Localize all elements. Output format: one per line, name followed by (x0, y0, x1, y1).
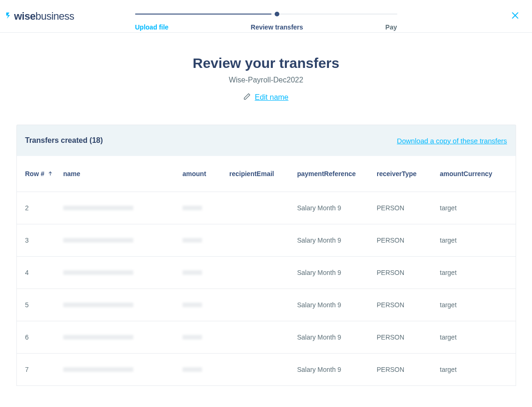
wise-flag-icon (6, 11, 13, 21)
cell-receiver-type: PERSON (372, 192, 435, 224)
cell-payment-reference: Salary Month 9 (292, 224, 372, 257)
cell-payment-reference: Salary Month 9 (292, 192, 372, 224)
cell-row-number: 2 (16, 192, 58, 224)
column-header-row[interactable]: Row # (16, 156, 58, 192)
cell-amount-currency: target (435, 257, 516, 289)
progress-stepper: Upload file Review transfers Pay (128, 7, 404, 31)
download-transfers-link[interactable]: Download a copy of these transfers (397, 137, 507, 145)
step-review-transfers[interactable]: Review transfers (251, 7, 303, 31)
table-row[interactable]: 4Salary Month 9PERSONtarget (16, 257, 516, 289)
cell-receiver-type: PERSON (372, 321, 435, 354)
sort-ascending-icon (48, 170, 53, 178)
table-header-row: Row # name amount recipientEmail payment… (16, 156, 516, 192)
step-current-dot-icon (275, 12, 279, 16)
panel-header: Transfers created (18) Download a copy o… (16, 125, 516, 156)
cell-name (58, 257, 178, 289)
cell-receiver-type: PERSON (372, 257, 435, 289)
cell-amount (178, 192, 225, 224)
step-label: Pay (386, 23, 397, 31)
cell-amount (178, 289, 225, 321)
logo-word-wise: wise (14, 10, 36, 22)
step-label: Review transfers (251, 23, 303, 31)
cell-amount (178, 224, 225, 257)
table-row[interactable]: 7Salary Month 9PERSONtarget (16, 354, 516, 386)
cell-amount-currency: target (435, 289, 516, 321)
close-icon (510, 11, 520, 20)
cell-payment-reference: Salary Month 9 (292, 257, 372, 289)
panel-title: Transfers created (18) (25, 136, 103, 145)
cell-amount (178, 257, 225, 289)
cell-receiver-type: PERSON (372, 224, 435, 257)
step-upload-file[interactable]: Upload file (135, 7, 169, 31)
column-header-payment-reference[interactable]: paymentReference (292, 156, 372, 192)
table-row[interactable]: 2Salary Month 9PERSONtarget (16, 192, 516, 224)
transfers-table: Row # name amount recipientEmail payment… (16, 156, 516, 386)
table-row[interactable]: 6Salary Month 9PERSONtarget (16, 321, 516, 354)
cell-amount (178, 321, 225, 354)
cell-payment-reference: Salary Month 9 (292, 321, 372, 354)
cell-row-number: 4 (16, 257, 58, 289)
column-header-receiver-type[interactable]: receiverType (372, 156, 435, 192)
cell-row-number: 6 (16, 321, 58, 354)
column-header-name[interactable]: name (58, 156, 178, 192)
cell-payment-reference: Salary Month 9 (292, 289, 372, 321)
cell-name (58, 321, 178, 354)
cell-name (58, 289, 178, 321)
cell-receiver-type: PERSON (372, 354, 435, 386)
cell-row-number: 3 (16, 224, 58, 257)
step-label: Upload file (135, 23, 169, 31)
cell-amount-currency: target (435, 321, 516, 354)
cell-row-number: 5 (16, 289, 58, 321)
column-header-amount-currency[interactable]: amountCurrency (435, 156, 516, 192)
header: wisebusiness Upload file Review transfer… (0, 0, 532, 33)
close-button[interactable] (508, 8, 523, 25)
table-row[interactable]: 5Salary Month 9PERSONtarget (16, 289, 516, 321)
transfers-panel: Transfers created (18) Download a copy o… (16, 125, 516, 386)
edit-name-label: Edit name (255, 93, 288, 102)
batch-name: Wise-Payroll-Dec2022 (0, 76, 532, 84)
page-title: Review your transfers (0, 55, 532, 71)
cell-receiver-type: PERSON (372, 289, 435, 321)
cell-recipient-email (225, 354, 292, 386)
pencil-icon (243, 93, 251, 102)
cell-recipient-email (225, 192, 292, 224)
title-block: Review your transfers Wise-Payroll-Dec20… (0, 55, 532, 102)
cell-row-number: 7 (16, 354, 58, 386)
logo-word-business: business (36, 10, 74, 22)
cell-amount (178, 354, 225, 386)
cell-recipient-email (225, 321, 292, 354)
cell-amount-currency: target (435, 354, 516, 386)
edit-name-button[interactable]: Edit name (243, 93, 288, 102)
cell-name (58, 354, 178, 386)
cell-name (58, 192, 178, 224)
cell-recipient-email (225, 289, 292, 321)
cell-recipient-email (225, 257, 292, 289)
column-header-recipient-email[interactable]: recipientEmail (225, 156, 292, 192)
cell-amount-currency: target (435, 192, 516, 224)
step-pay[interactable]: Pay (386, 7, 397, 31)
cell-name (58, 224, 178, 257)
cell-payment-reference: Salary Month 9 (292, 354, 372, 386)
wise-business-logo[interactable]: wisebusiness (6, 10, 74, 22)
column-header-amount[interactable]: amount (178, 156, 225, 192)
cell-recipient-email (225, 224, 292, 257)
table-row[interactable]: 3Salary Month 9PERSONtarget (16, 224, 516, 257)
cell-amount-currency: target (435, 224, 516, 257)
